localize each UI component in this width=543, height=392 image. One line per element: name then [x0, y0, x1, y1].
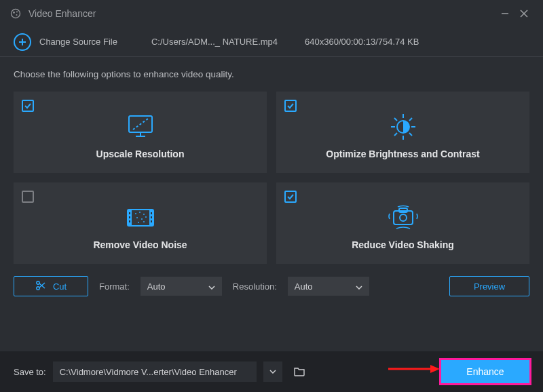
app-logo-icon: [10, 7, 22, 20]
checkbox-shaking[interactable]: [284, 191, 297, 203]
card-remove-noise[interactable]: Remove Video Noise: [14, 182, 267, 264]
brightness-icon: [387, 111, 419, 143]
change-source-link[interactable]: Change Source File: [39, 37, 117, 47]
source-meta: 640x360/00:00:13/754.74 KB: [305, 37, 419, 47]
svg-point-3: [16, 14, 17, 16]
svg-point-37: [138, 222, 139, 223]
resolution-select[interactable]: Auto: [288, 277, 369, 296]
card-brightness-contrast[interactable]: Optimize Brightness and Contrast: [276, 92, 529, 173]
svg-line-10: [133, 119, 148, 130]
svg-point-41: [400, 214, 407, 221]
svg-rect-27: [129, 220, 130, 222]
svg-rect-28: [151, 212, 152, 214]
svg-rect-26: [129, 216, 130, 218]
card-upscale-resolution[interactable]: Upscale Resolution: [14, 92, 267, 173]
close-button[interactable]: [514, 4, 533, 23]
resolution-value: Auto: [295, 281, 313, 292]
card-label: Reduce Video Shaking: [352, 239, 454, 250]
svg-point-32: [139, 212, 141, 213]
option-grid: Upscale Resolution: [14, 92, 529, 264]
checkbox-brightness[interactable]: [284, 100, 297, 112]
svg-point-42: [37, 281, 39, 283]
save-path-dropdown[interactable]: [263, 361, 282, 382]
format-select[interactable]: Auto: [141, 277, 222, 296]
minimize-button[interactable]: [495, 4, 514, 23]
shaking-icon: [386, 201, 421, 234]
svg-line-21: [394, 133, 397, 136]
svg-line-44: [39, 283, 45, 288]
noise-icon: [124, 201, 157, 234]
svg-point-33: [143, 214, 145, 215]
enhance-button[interactable]: Enhance: [441, 360, 529, 383]
format-value: Auto: [147, 281, 166, 292]
svg-point-2: [16, 11, 18, 12]
svg-point-34: [136, 217, 138, 218]
svg-rect-25: [129, 212, 130, 214]
svg-point-35: [141, 218, 143, 220]
preview-label: Preview: [474, 281, 505, 292]
chevron-down-icon: [356, 281, 362, 292]
svg-rect-29: [151, 216, 152, 218]
format-label: Format:: [99, 281, 130, 292]
svg-point-43: [37, 286, 39, 289]
checkbox-upscale[interactable]: [22, 100, 34, 112]
instruction-text: Choose the following options to enhance …: [14, 69, 529, 79]
card-label: Upscale Resolution: [96, 149, 185, 159]
chevron-down-icon: [208, 281, 215, 292]
svg-point-0: [12, 9, 20, 18]
checkbox-noise[interactable]: [22, 191, 34, 203]
scissors-icon: [35, 280, 46, 293]
main-area: Choose the following options to enhance …: [0, 57, 543, 296]
svg-line-18: [394, 118, 397, 121]
source-bar: Change Source File C:/Users/ADM..._ NATU…: [0, 27, 543, 57]
cut-button[interactable]: Cut: [14, 276, 88, 296]
preview-button[interactable]: Preview: [449, 276, 529, 296]
card-reduce-shaking[interactable]: Reduce Video Shaking: [276, 182, 529, 264]
resolution-label: Resolution:: [233, 281, 277, 292]
open-folder-button[interactable]: [289, 361, 310, 382]
titlebar: Video Enhancer: [0, 0, 543, 27]
svg-rect-30: [151, 220, 152, 222]
upscale-icon: [124, 111, 157, 143]
card-label: Optimize Brightness and Contrast: [326, 149, 479, 159]
card-label: Remove Video Noise: [93, 239, 187, 250]
save-path-input[interactable]: C:\Vidmore\Vidmore V...erter\Video Enhan…: [53, 361, 257, 382]
svg-point-1: [13, 12, 15, 14]
add-source-icon[interactable]: [14, 33, 31, 51]
svg-line-19: [409, 133, 412, 136]
svg-line-20: [409, 118, 412, 121]
enhance-label: Enhance: [466, 366, 504, 377]
svg-point-38: [143, 221, 145, 222]
source-path: C:/Users/ADM..._ NATURE.mp4: [151, 37, 278, 47]
cut-label: Cut: [53, 281, 67, 292]
svg-point-36: [145, 216, 147, 218]
save-path-value: C:\Vidmore\Vidmore V...erter\Video Enhan…: [60, 367, 237, 377]
svg-point-31: [135, 213, 136, 214]
footer: Save to: C:\Vidmore\Vidmore V...erter\Vi…: [0, 351, 543, 392]
svg-marker-47: [430, 365, 440, 373]
controls-row: Cut Format: Auto Resolution: Auto Previe…: [14, 264, 529, 296]
annotation-arrow-icon: [387, 363, 441, 377]
app-title: Video Enhancer: [29, 8, 96, 19]
save-to-label: Save to:: [14, 367, 46, 377]
svg-line-45: [39, 283, 45, 288]
